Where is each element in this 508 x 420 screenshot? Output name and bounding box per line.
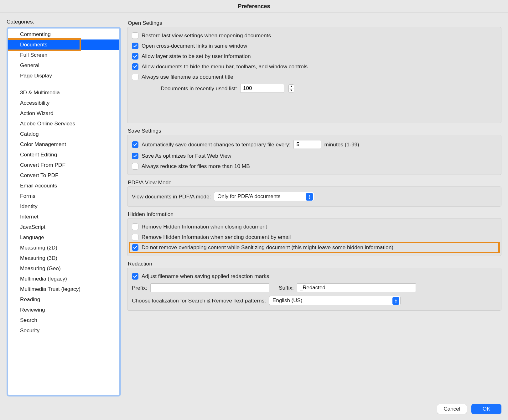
category-item[interactable]: Convert From PDF (8, 160, 119, 170)
category-item[interactable]: Measuring (2D) (8, 243, 119, 253)
remove-closing-checkbox[interactable] (132, 223, 138, 230)
filename-title-checkbox[interactable] (132, 74, 138, 80)
prefix-label: Prefix: (132, 285, 147, 291)
category-item[interactable]: Measuring (Geo) (8, 263, 119, 274)
category-item[interactable]: Measuring (3D) (8, 253, 119, 263)
fastweb-checkbox[interactable] (132, 153, 138, 159)
category-item-commenting[interactable]: Commenting (8, 29, 119, 39)
suffix-input[interactable] (297, 283, 416, 292)
adjust-filename-checkbox[interactable] (132, 273, 138, 280)
localization-select[interactable]: English (US) ▲▼ (269, 296, 401, 305)
categories-list[interactable]: Commenting Documents Full Screen General… (7, 27, 121, 396)
category-item[interactable]: Convert To PDF (8, 170, 119, 181)
category-item[interactable]: Internet (8, 212, 119, 222)
pdfa-mode-select[interactable]: Only for PDF/A documents ▲▼ (214, 192, 314, 201)
category-item[interactable]: Action Wizard (8, 108, 119, 118)
categories-label: Categories: (7, 18, 121, 25)
autosave-label-post: minutes (1-99) (324, 141, 359, 148)
stepper-up-icon[interactable]: ▲ (288, 84, 294, 88)
category-item[interactable]: Multimedia Trust (legacy) (8, 284, 119, 294)
category-item-documents[interactable]: Documents (8, 39, 119, 50)
category-separator (19, 84, 109, 84)
remove-closing-label: Remove Hidden Information when closing d… (142, 223, 267, 230)
window-title: Preferences (0, 0, 508, 13)
pdfa-group: View documents in PDF/A mode: Only for P… (127, 186, 501, 207)
sidebar: Categories: Commenting Documents Full Sc… (7, 18, 121, 396)
category-item[interactable]: Reading (8, 294, 119, 305)
open-settings-title: Open Settings (128, 20, 501, 26)
crosslinks-label: Open cross-document links in same window (142, 43, 247, 49)
category-item[interactable]: Email Accounts (8, 181, 119, 191)
adjust-filename-label: Adjust filename when saving applied reda… (142, 273, 269, 280)
category-item[interactable]: Content Editing (8, 150, 119, 160)
select-arrows-icon: ▲▼ (306, 193, 313, 201)
autosave-label-pre: Automatically save document changes to t… (142, 141, 290, 148)
category-item[interactable]: 3D & Multimedia (8, 87, 119, 98)
reduce-size-label: Always reduce size for files more than 1… (142, 163, 250, 170)
category-item[interactable]: Identity (8, 201, 119, 212)
localization-value: English (US) (272, 297, 302, 304)
layerstate-checkbox[interactable] (132, 53, 138, 60)
autosave-checkbox[interactable] (132, 141, 138, 148)
pdfa-label: View documents in PDF/A mode: (132, 193, 211, 200)
category-item[interactable]: Adobe Online Services (8, 118, 119, 129)
hidemenu-checkbox[interactable] (132, 63, 138, 70)
pdfa-mode-value: Only for PDF/A documents (217, 193, 280, 200)
remove-emailing-checkbox[interactable] (132, 234, 138, 240)
suffix-label: Suffix: (279, 285, 294, 291)
category-item[interactable]: Forms (8, 191, 119, 201)
category-item[interactable]: Security (8, 325, 119, 336)
stepper-down-icon[interactable]: ▼ (288, 88, 294, 92)
prefix-input[interactable] (150, 283, 269, 292)
hidden-title: Hidden Information (128, 211, 501, 218)
layerstate-label: Allow layer state to be set by user info… (142, 53, 251, 60)
hidemenu-label: Allow documents to hide the menu bar, to… (142, 63, 308, 70)
sanitize-checkbox[interactable] (132, 244, 138, 251)
category-item[interactable]: Accessibility (8, 98, 119, 108)
reduce-size-checkbox[interactable] (132, 163, 138, 170)
redaction-title: Redaction (128, 260, 501, 267)
recent-list-label: Documents in recently used list: (161, 85, 237, 92)
save-settings-group: Automatically save document changes to t… (127, 135, 501, 175)
main-panel: Open Settings Restore last view settings… (127, 18, 501, 396)
fastweb-label: Save As optimizes for Fast Web View (142, 153, 231, 159)
category-item[interactable]: Multimedia (legacy) (8, 274, 119, 284)
sanitize-label: Do not remove overlapping content while … (142, 244, 393, 251)
pdfa-title: PDF/A View Mode (128, 179, 501, 186)
category-item[interactable]: Language (8, 232, 119, 243)
open-settings-group: Restore last view settings when reopenin… (127, 27, 501, 123)
select-arrows-icon: ▲▼ (392, 297, 399, 305)
restore-view-checkbox[interactable] (132, 32, 138, 39)
category-item[interactable]: JavaScript (8, 222, 119, 232)
redaction-group: Adjust filename when saving applied reda… (127, 268, 501, 311)
hidden-group: Remove Hidden Information when closing d… (127, 218, 501, 256)
dialog-footer: Cancel OK (0, 402, 508, 420)
recent-list-input[interactable] (240, 84, 284, 93)
category-item[interactable]: Reviewing (8, 305, 119, 315)
ok-button[interactable]: OK (471, 404, 501, 414)
remove-emailing-label: Remove Hidden Information when sending d… (142, 234, 291, 240)
filename-title-label: Always use filename as document title (142, 74, 233, 80)
save-settings-title: Save Settings (128, 128, 501, 134)
restore-view-label: Restore last view settings when reopenin… (142, 32, 271, 39)
category-item[interactable]: Color Management (8, 139, 119, 150)
category-item[interactable]: Catalog (8, 129, 119, 139)
localization-label: Choose localization for Search & Remove … (132, 297, 266, 304)
cancel-button[interactable]: Cancel (437, 404, 467, 414)
recent-list-stepper[interactable]: ▲ ▼ (288, 84, 294, 92)
category-item[interactable]: Search (8, 315, 119, 325)
category-item-pagedisplay[interactable]: Page Display (8, 71, 119, 81)
category-item-general[interactable]: General (8, 60, 119, 71)
autosave-minutes-input[interactable] (293, 140, 321, 149)
category-item-fullscreen[interactable]: Full Screen (8, 50, 119, 60)
preferences-window: Preferences Categories: Commenting Docum… (0, 0, 508, 420)
crosslinks-checkbox[interactable] (132, 43, 138, 49)
